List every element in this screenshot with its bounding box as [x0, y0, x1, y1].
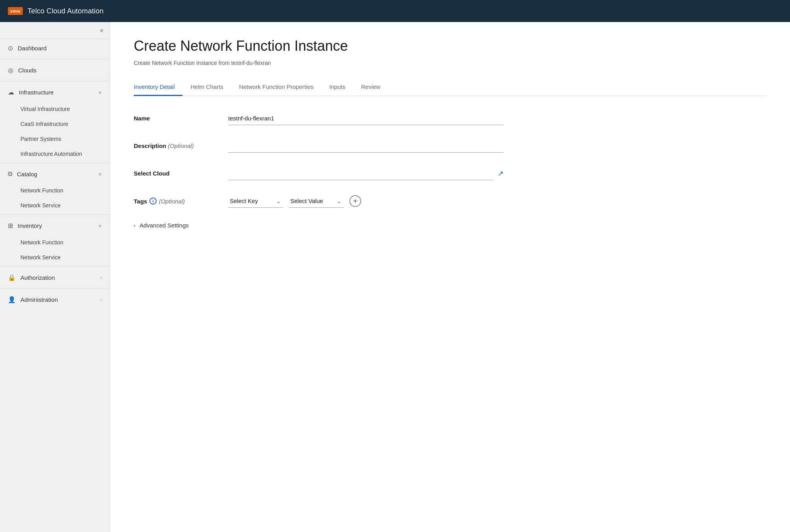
- name-field: [228, 112, 504, 125]
- chevron-down-icon: ∨: [98, 90, 102, 95]
- sidebar-item-label: Catalog: [17, 171, 98, 177]
- sidebar-item-dashboard[interactable]: ⊙ Dashboard: [0, 39, 110, 57]
- tags-label: Tags i (Optional): [134, 194, 228, 205]
- form-row-description: Description (Optional): [134, 139, 766, 153]
- tags-field: Select Key Select Value +: [228, 194, 504, 208]
- sidebar-item-label: Clouds: [18, 67, 102, 74]
- sidebar-item-clouds[interactable]: ◎ Clouds: [0, 61, 110, 79]
- divider: [0, 266, 110, 267]
- clouds-icon: ◎: [8, 66, 13, 74]
- tag-key-wrapper: Select Key: [228, 194, 283, 208]
- top-nav: vmw Telco Cloud Automation: [0, 0, 790, 22]
- add-tag-button[interactable]: +: [349, 195, 361, 207]
- dashboard-icon: ⊙: [8, 44, 13, 52]
- tab-helm-charts[interactable]: Helm Charts: [183, 79, 231, 96]
- infrastructure-icon: ☁: [8, 89, 14, 96]
- divider: [0, 59, 110, 59]
- tab-review[interactable]: Review: [353, 79, 388, 96]
- sidebar-item-label: Inventory: [18, 222, 98, 229]
- select-cloud-input[interactable]: [228, 167, 493, 180]
- chevron-right-icon: ›: [100, 297, 102, 303]
- sidebar-child-caas-infrastructure[interactable]: CaaS Infrastructure: [0, 116, 110, 131]
- sidebar-child-inventory-network-service[interactable]: Network Service: [0, 250, 110, 265]
- divider: [0, 214, 110, 215]
- advanced-settings-label: Advanced Settings: [140, 222, 189, 229]
- tab-nf-properties[interactable]: Network Function Properties: [231, 79, 321, 96]
- vmw-logo: vmw: [8, 7, 23, 15]
- sidebar-child-partner-systems[interactable]: Partner Systems: [0, 131, 110, 146]
- name-input[interactable]: [228, 112, 504, 125]
- form-row-name: Name: [134, 112, 766, 125]
- name-label: Name: [134, 112, 228, 122]
- sidebar-child-catalog-network-service[interactable]: Network Service: [0, 198, 110, 213]
- chevron-down-icon: ∨: [98, 171, 102, 177]
- form-row-select-cloud: Select Cloud ↗: [134, 167, 766, 180]
- form-row-tags: Tags i (Optional) Select Key Select Valu…: [134, 194, 766, 208]
- external-link-icon[interactable]: ↗: [498, 169, 504, 178]
- chevron-down-icon: ∨: [98, 223, 102, 229]
- sidebar-item-administration[interactable]: 👤 Administration ›: [0, 290, 110, 309]
- advanced-settings-toggle[interactable]: › Advanced Settings: [134, 222, 766, 229]
- select-cloud-label: Select Cloud: [134, 167, 228, 177]
- sidebar-child-inventory-network-function[interactable]: Network Function: [0, 235, 110, 250]
- page-title: Create Network Function Instance: [134, 38, 766, 54]
- sidebar-collapse-bar: «: [0, 22, 110, 39]
- chevron-right-icon: ›: [100, 275, 102, 281]
- sidebar-item-infrastructure[interactable]: ☁ Infrastructure ∨: [0, 83, 110, 102]
- inventory-icon: ⊞: [8, 222, 13, 229]
- app-title: Telco Cloud Automation: [28, 7, 104, 15]
- chevron-right-icon: ›: [134, 222, 136, 229]
- sidebar-item-label: Dashboard: [18, 45, 102, 52]
- page-subtitle: Create Network Function Instance from te…: [134, 60, 766, 66]
- divider: [0, 163, 110, 163]
- collapse-button[interactable]: «: [100, 27, 103, 34]
- sidebar: « ⊙ Dashboard ◎ Clouds ☁ Infrastructure …: [0, 22, 110, 532]
- sidebar-child-catalog-network-function[interactable]: Network Function: [0, 183, 110, 198]
- tag-key-select[interactable]: Select Key: [228, 194, 283, 208]
- main-content: Create Network Function Instance Create …: [110, 22, 790, 532]
- sidebar-item-inventory[interactable]: ⊞ Inventory ∨: [0, 216, 110, 235]
- divider: [0, 288, 110, 289]
- description-input[interactable]: [228, 139, 504, 153]
- tab-inventory-detail[interactable]: Inventory Detail: [134, 79, 183, 96]
- administration-icon: 👤: [8, 296, 16, 303]
- sidebar-child-virtual-infrastructure[interactable]: Virtual Infrastructure: [0, 102, 110, 116]
- tag-value-select[interactable]: Select Value: [289, 194, 344, 208]
- catalog-icon: ⧉: [8, 170, 12, 177]
- sidebar-child-infrastructure-automation[interactable]: Infrastructure Automation: [0, 146, 110, 161]
- sidebar-item-label: Infrastructure: [19, 89, 98, 96]
- divider: [0, 81, 110, 81]
- sidebar-item-authorization[interactable]: 🔒 Authorization ›: [0, 268, 110, 287]
- tab-bar: Inventory Detail Helm Charts Network Fun…: [134, 79, 766, 96]
- authorization-icon: 🔒: [8, 274, 16, 281]
- tags-info-icon[interactable]: i: [150, 198, 157, 205]
- select-cloud-field: ↗: [228, 167, 504, 180]
- sidebar-item-catalog[interactable]: ⧉ Catalog ∨: [0, 165, 110, 183]
- description-label: Description (Optional): [134, 139, 228, 149]
- sidebar-item-label: Administration: [20, 296, 100, 303]
- tag-value-wrapper: Select Value: [289, 194, 344, 208]
- sidebar-item-label: Authorization: [20, 274, 100, 281]
- description-field: [228, 139, 504, 153]
- tab-inputs[interactable]: Inputs: [321, 79, 353, 96]
